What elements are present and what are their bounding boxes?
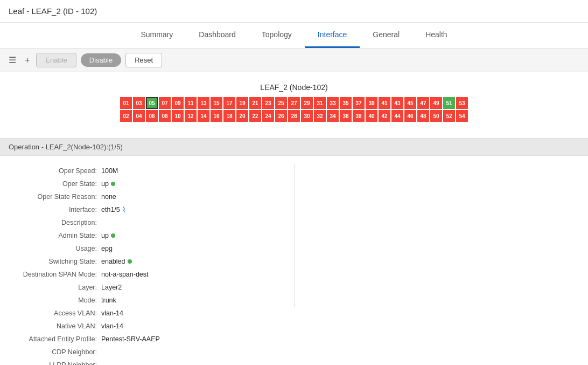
port-35[interactable]: 35 xyxy=(340,97,352,109)
port-26[interactable]: 26 xyxy=(275,110,287,122)
port-50[interactable]: 50 xyxy=(430,110,442,122)
detail-value: up xyxy=(101,232,115,239)
reset-button[interactable]: Reset xyxy=(125,53,162,67)
detail-value: none xyxy=(101,193,116,201)
detail-value: Layer2 xyxy=(101,284,122,291)
page-title: Leaf - LEAF_2 (ID - 102) xyxy=(0,0,588,23)
status-dot-green xyxy=(111,233,115,238)
port-36[interactable]: 36 xyxy=(340,110,352,122)
port-20[interactable]: 20 xyxy=(236,110,248,122)
tab-general[interactable]: General xyxy=(360,23,412,48)
detail-label: CDP Neighbor: xyxy=(11,348,97,356)
operation-header: Operation - LEAF_2(Node-102):(1/5) xyxy=(0,138,588,156)
port-47[interactable]: 47 xyxy=(417,97,429,109)
port-03[interactable]: 03 xyxy=(133,97,145,109)
tab-summary[interactable]: Summary xyxy=(128,23,186,48)
port-29[interactable]: 29 xyxy=(301,97,313,109)
port-19[interactable]: 19 xyxy=(236,97,248,109)
port-46[interactable]: 46 xyxy=(404,110,416,122)
port-48[interactable]: 48 xyxy=(417,110,429,122)
port-16[interactable]: 16 xyxy=(211,110,222,122)
tab-interface[interactable]: Interface xyxy=(305,23,360,48)
detail-label: LLDP Neighbor: xyxy=(11,361,97,365)
port-41[interactable]: 41 xyxy=(379,97,390,109)
port-49[interactable]: 49 xyxy=(430,97,442,109)
detail-label: Destination SPAN Mode: xyxy=(11,271,97,278)
port-08[interactable]: 08 xyxy=(159,110,171,122)
port-13[interactable]: 13 xyxy=(198,97,209,109)
port-33[interactable]: 33 xyxy=(327,97,339,109)
detail-row: Access VLAN:vlan-14 xyxy=(11,307,283,320)
port-01[interactable]: 01 xyxy=(120,97,132,109)
tab-topology[interactable]: Topology xyxy=(249,23,305,48)
port-15[interactable]: 15 xyxy=(211,97,222,109)
right-details: Access VLAN:vlan-14Native VLAN:vlan-14At… xyxy=(0,307,294,365)
port-25[interactable]: 25 xyxy=(275,97,287,109)
port-14[interactable]: 14 xyxy=(198,110,209,122)
port-24[interactable]: 24 xyxy=(262,110,274,122)
detail-row: Mode:trunk xyxy=(11,294,283,307)
node-label: LEAF_2 (Node-102) xyxy=(260,83,327,92)
hamburger-icon[interactable]: ☰ xyxy=(6,53,18,67)
port-39[interactable]: 39 xyxy=(366,97,377,109)
detail-value: eth1/5 ⌇ xyxy=(101,205,126,214)
port-05[interactable]: 05 xyxy=(146,97,158,109)
tab-health[interactable]: Health xyxy=(412,23,460,48)
add-icon[interactable]: + xyxy=(23,53,32,67)
detail-row: Destination SPAN Mode:not-a-span-dest xyxy=(11,268,283,281)
port-31[interactable]: 31 xyxy=(314,97,326,109)
port-44[interactable]: 44 xyxy=(391,110,403,122)
port-53[interactable]: 53 xyxy=(456,97,468,109)
port-07[interactable]: 07 xyxy=(159,97,171,109)
port-38[interactable]: 38 xyxy=(353,110,365,122)
port-grid: 0103050709111315171921232527293133353739… xyxy=(120,97,468,122)
port-42[interactable]: 42 xyxy=(379,110,390,122)
port-06[interactable]: 06 xyxy=(146,110,158,122)
detail-label: Usage: xyxy=(11,245,97,252)
detail-row: Layer:Layer2 xyxy=(11,281,283,294)
enable-button[interactable]: Enable xyxy=(36,53,76,67)
disable-button[interactable]: Disable xyxy=(81,53,121,67)
detail-label: Native VLAN: xyxy=(11,322,97,330)
detail-label: Oper State Reason: xyxy=(11,193,97,201)
detail-value: trunk xyxy=(101,297,116,304)
port-52[interactable]: 52 xyxy=(443,110,455,122)
port-43[interactable]: 43 xyxy=(391,97,403,109)
port-27[interactable]: 27 xyxy=(288,97,300,109)
tab-bar: Summary Dashboard Topology Interface Gen… xyxy=(0,23,588,49)
port-02[interactable]: 02 xyxy=(120,110,132,122)
port-22[interactable]: 22 xyxy=(249,110,261,122)
port-18[interactable]: 18 xyxy=(223,110,235,122)
detail-label: Layer: xyxy=(11,284,97,291)
port-28[interactable]: 28 xyxy=(288,110,300,122)
detail-row: LLDP Neighbor: xyxy=(11,359,283,365)
port-32[interactable]: 32 xyxy=(314,110,326,122)
port-40[interactable]: 40 xyxy=(366,110,377,122)
port-23[interactable]: 23 xyxy=(262,97,274,109)
port-12[interactable]: 12 xyxy=(185,110,197,122)
port-21[interactable]: 21 xyxy=(249,97,261,109)
detail-row: Description: xyxy=(11,216,283,229)
detail-row: Admin State:up xyxy=(11,229,283,242)
port-11[interactable]: 11 xyxy=(185,97,197,109)
port-17[interactable]: 17 xyxy=(223,97,235,109)
port-51[interactable]: 51 xyxy=(443,97,455,109)
port-54[interactable]: 54 xyxy=(456,110,468,122)
port-09[interactable]: 09 xyxy=(172,97,184,109)
port-30[interactable]: 30 xyxy=(301,110,313,122)
detail-row: Oper State:up xyxy=(11,177,283,190)
port-37[interactable]: 37 xyxy=(353,97,365,109)
detail-value: epg xyxy=(101,245,113,252)
tab-dashboard[interactable]: Dashboard xyxy=(186,23,249,48)
port-04[interactable]: 04 xyxy=(133,110,145,122)
port-45[interactable]: 45 xyxy=(404,97,416,109)
detail-value: enabled xyxy=(101,258,132,265)
detail-value: 100M xyxy=(101,167,118,175)
port-34[interactable]: 34 xyxy=(327,110,339,122)
detail-value: not-a-span-dest xyxy=(101,271,149,278)
detail-label: Admin State: xyxy=(11,232,97,239)
detail-label: Access VLAN: xyxy=(11,309,97,317)
detail-label: Mode: xyxy=(11,297,97,304)
detail-value: vlan-14 xyxy=(101,322,123,330)
port-10[interactable]: 10 xyxy=(172,110,184,122)
